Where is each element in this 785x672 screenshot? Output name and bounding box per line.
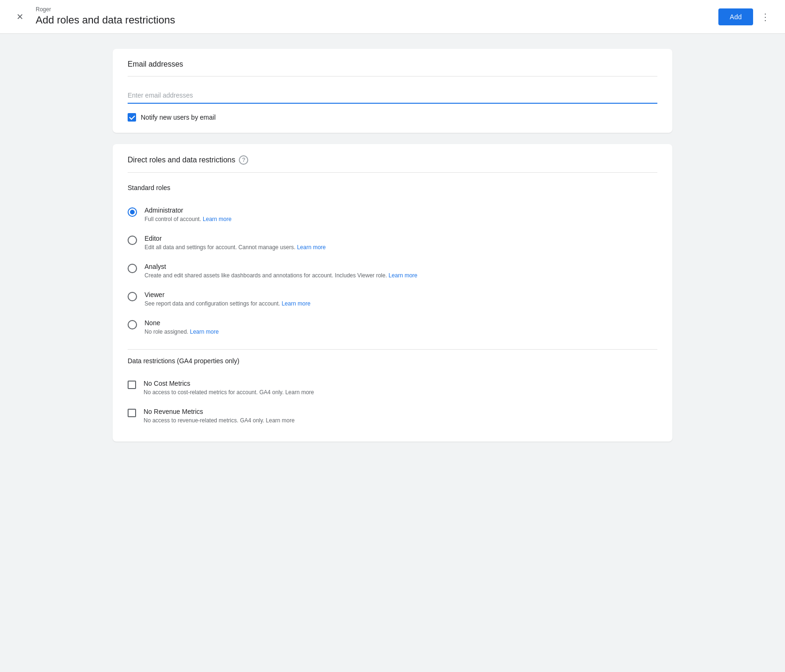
restriction-no-revenue-metrics[interactable]: No Revenue Metrics No access to revenue-… bbox=[128, 402, 657, 430]
role-analyst-label: Analyst bbox=[145, 263, 417, 270]
notify-checkbox[interactable] bbox=[128, 113, 136, 122]
none-learn-more-link[interactable]: Learn more bbox=[190, 328, 219, 335]
role-administrator-label: Administrator bbox=[145, 206, 231, 214]
role-administrator-content: Administrator Full control of account. L… bbox=[145, 206, 231, 223]
role-analyst-content: Analyst Create and edit shared assets li… bbox=[145, 263, 417, 280]
radio-viewer[interactable] bbox=[128, 292, 137, 301]
header-actions: Add ⋮ bbox=[718, 8, 774, 25]
help-icon[interactable]: ? bbox=[239, 155, 248, 165]
add-button[interactable]: Add bbox=[718, 8, 753, 25]
header: ✕ Roger Add roles and data restrictions … bbox=[0, 0, 785, 34]
roles-section-title: Direct roles and data restrictions bbox=[128, 156, 235, 164]
role-none-label: None bbox=[145, 319, 219, 327]
standard-roles-label: Standard roles bbox=[128, 184, 657, 191]
checkbox-no-cost-metrics[interactable] bbox=[128, 381, 136, 389]
role-none[interactable]: None No role assigned. Learn more bbox=[128, 313, 657, 342]
role-viewer-content: Viewer See report data and configuration… bbox=[145, 291, 311, 308]
roles-section-header: Direct roles and data restrictions ? bbox=[128, 155, 657, 173]
role-viewer-label: Viewer bbox=[145, 291, 311, 298]
role-none-content: None No role assigned. Learn more bbox=[145, 319, 219, 336]
role-administrator[interactable]: Administrator Full control of account. L… bbox=[128, 201, 657, 229]
no-cost-metrics-desc: No access to cost-related metrics for ac… bbox=[144, 388, 314, 397]
role-editor-desc: Edit all data and settings for account. … bbox=[145, 243, 326, 252]
radio-administrator-fill bbox=[130, 210, 135, 214]
no-cost-metrics-label: No Cost Metrics bbox=[144, 380, 314, 387]
role-analyst[interactable]: Analyst Create and edit shared assets li… bbox=[128, 257, 657, 285]
role-analyst-desc: Create and edit shared assets like dashb… bbox=[145, 271, 417, 280]
no-cost-metrics-content: No Cost Metrics No access to cost-relate… bbox=[144, 380, 314, 397]
close-button[interactable]: ✕ bbox=[11, 8, 28, 25]
radio-editor[interactable] bbox=[128, 236, 137, 245]
role-editor-content: Editor Edit all data and settings for ac… bbox=[145, 235, 326, 252]
page-title: Add roles and data restrictions bbox=[36, 14, 175, 27]
no-revenue-metrics-learn-more-link[interactable]: Learn more bbox=[266, 417, 295, 424]
no-revenue-metrics-label: No Revenue Metrics bbox=[144, 408, 295, 415]
role-editor-label: Editor bbox=[145, 235, 326, 242]
email-section-title: Email addresses bbox=[128, 60, 657, 76]
role-administrator-desc: Full control of account. Learn more bbox=[145, 215, 231, 223]
no-revenue-metrics-content: No Revenue Metrics No access to revenue-… bbox=[144, 408, 295, 425]
more-options-button[interactable]: ⋮ bbox=[757, 8, 774, 25]
checkbox-no-revenue-metrics[interactable] bbox=[128, 409, 136, 417]
header-subtitle: Roger bbox=[36, 6, 175, 14]
roles-card: Direct roles and data restrictions ? Sta… bbox=[113, 144, 672, 442]
email-input[interactable] bbox=[128, 88, 657, 104]
role-viewer-desc: See report data and configuration settin… bbox=[145, 299, 311, 308]
no-cost-metrics-learn-more-link[interactable]: Learn more bbox=[285, 389, 314, 396]
role-none-desc: No role assigned. Learn more bbox=[145, 328, 219, 336]
viewer-learn-more-link[interactable]: Learn more bbox=[282, 300, 310, 307]
restriction-no-cost-metrics[interactable]: No Cost Metrics No access to cost-relate… bbox=[128, 374, 657, 402]
notify-label: Notify new users by email bbox=[141, 114, 216, 121]
data-restrictions-label: Data restrictions (GA4 properties only) bbox=[128, 357, 657, 365]
email-card: Email addresses Notify new users by emai… bbox=[113, 49, 672, 133]
radio-none[interactable] bbox=[128, 320, 137, 329]
role-editor[interactable]: Editor Edit all data and settings for ac… bbox=[128, 229, 657, 257]
roles-radio-group: Administrator Full control of account. L… bbox=[128, 201, 657, 342]
administrator-learn-more-link[interactable]: Learn more bbox=[203, 216, 231, 222]
close-icon: ✕ bbox=[16, 12, 23, 22]
divider bbox=[128, 349, 657, 350]
radio-analyst[interactable] bbox=[128, 264, 137, 273]
notify-checkbox-row[interactable]: Notify new users by email bbox=[128, 113, 657, 122]
analyst-learn-more-link[interactable]: Learn more bbox=[389, 272, 417, 279]
header-title-group: Roger Add roles and data restrictions bbox=[36, 6, 175, 27]
role-viewer[interactable]: Viewer See report data and configuration… bbox=[128, 285, 657, 313]
more-icon: ⋮ bbox=[761, 11, 770, 23]
radio-administrator[interactable] bbox=[128, 207, 137, 217]
no-revenue-metrics-desc: No access to revenue-related metrics. GA… bbox=[144, 416, 295, 425]
content: Email addresses Notify new users by emai… bbox=[0, 34, 785, 457]
editor-learn-more-link[interactable]: Learn more bbox=[297, 244, 326, 251]
